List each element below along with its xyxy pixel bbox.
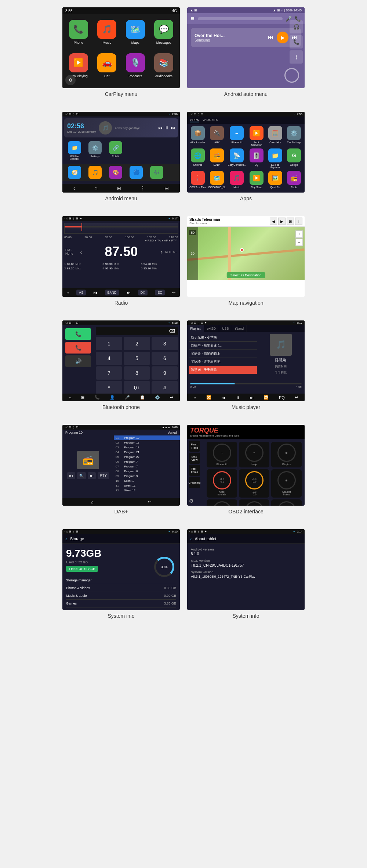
bt-key-star[interactable]: * (96, 381, 122, 394)
dab-pty-btn[interactable]: PTY (98, 472, 109, 479)
app-igo[interactable]: 🗺️ iGO667WO_JL (208, 171, 225, 189)
music-shuffle-btn[interactable]: 🔀 (206, 395, 211, 400)
dab-program-04[interactable]: 04 Program 21 (114, 450, 180, 455)
bt-nav-back[interactable]: ↩ (170, 395, 173, 400)
dab-next-btn[interactable]: ⏭ (88, 472, 96, 479)
map-zoom-in[interactable]: + (295, 230, 303, 238)
dab-program-12[interactable]: 12 Silent 12 (114, 488, 180, 493)
nav-home[interactable]: ⌂ (94, 185, 97, 191)
bt-nav-grid[interactable]: ⊞ (81, 395, 84, 400)
storage-item-music[interactable]: Music & audio 0.00 GB (66, 592, 176, 600)
app-boot-animation[interactable]: ▶️ Boot Animation (248, 126, 265, 146)
app-bluetooth[interactable]: ⌁ Bluetooth (228, 126, 246, 146)
android-prev-btn[interactable]: ⏮ (158, 125, 163, 130)
aa-play-button[interactable]: ▶ (277, 32, 288, 43)
preset-2[interactable]: 2 88.30 MHz (64, 267, 101, 270)
android-app-tlink[interactable]: 🔗 TLINK (106, 141, 125, 160)
app-eq[interactable]: 🎚️ EQ (248, 148, 265, 169)
dab-program-01[interactable]: 01 Program 10 (114, 435, 180, 440)
android-app-es[interactable]: 📁 ES File Explorer (65, 141, 84, 160)
radio-next-track[interactable]: ⏭ (127, 290, 131, 295)
app-apk-installer[interactable]: 📦 APK Installer (189, 126, 206, 146)
bt-key-6[interactable]: 6 (152, 352, 178, 365)
carplay-audiobooks[interactable]: 📚 Audiobooks (152, 53, 177, 83)
nav-back[interactable]: ‹ (73, 185, 75, 191)
radio-next-btn[interactable]: › (160, 248, 163, 256)
android-dock-sound[interactable]: 🎶 (148, 166, 166, 179)
bt-backspace-btn[interactable]: ⌫ (169, 329, 175, 334)
track-5-active[interactable]: 陈慧娴 - 千千阙歌 (189, 366, 257, 374)
dab-program-10[interactable]: 10 Silent 1 (114, 478, 180, 483)
storage-item-manager[interactable]: Storage manager (66, 577, 176, 584)
bt-nav-settings[interactable]: ⚙️ (155, 395, 160, 400)
music-eq-btn[interactable]: EQ (279, 395, 285, 400)
storage-item-photos[interactable]: Photos & videos 0.35 GB (66, 584, 176, 592)
carplay-phone[interactable]: 📞 Phone (66, 20, 91, 50)
dab-program-03[interactable]: 03 Program 18 (114, 445, 180, 450)
bt-key-2[interactable]: 2 (124, 337, 150, 350)
dab-back-btn[interactable]: ↩ (148, 499, 151, 504)
app-radio[interactable]: 📻 Radio (286, 171, 302, 189)
bt-key-hash[interactable]: # (152, 381, 178, 394)
tab-apps[interactable]: APPS (190, 118, 199, 122)
nav-menu[interactable]: ⋮ (140, 185, 145, 191)
tab-playlist[interactable]: Playlist (187, 325, 204, 332)
carplay-messages[interactable]: 💬 Messages (152, 20, 177, 50)
music-repeat-btn[interactable]: 🔁 (264, 395, 269, 400)
track-4[interactable]: 宝咏琦 - 讲不出再见 (189, 358, 257, 366)
dab-search-btn[interactable]: 🔍 (77, 472, 86, 479)
map-grid-btn[interactable]: ⊞ (287, 218, 294, 225)
android-next-btn[interactable]: ⏭ (171, 125, 175, 130)
preset-6[interactable]: 6 95.80 MHz (141, 267, 178, 270)
app-gps-test[interactable]: 📍 GPS Test Plus (189, 171, 206, 189)
obd-test-icon[interactable]: TestItems (189, 465, 200, 476)
dab-program-07[interactable]: 07 Program 7 (114, 464, 180, 469)
tab-usb[interactable]: USB (219, 325, 232, 332)
obd-graphing-icon[interactable]: Graphing (189, 477, 200, 488)
bt-answer-btn[interactable]: 📞 (65, 328, 91, 340)
dab-program-05[interactable]: 05 Program 22 (114, 455, 180, 459)
map-zoom-out[interactable]: − (295, 238, 303, 246)
bt-nav-home[interactable]: ⌂ (69, 395, 72, 400)
map-arrow-left[interactable]: ◀ (270, 218, 277, 225)
app-calculator[interactable]: 🧮 Calculator (267, 126, 283, 146)
music-home-btn[interactable]: ⌂ (194, 395, 196, 400)
app-play-store[interactable]: ▶️ Play Store (248, 171, 265, 189)
bt-nav-phone[interactable]: 📞 (95, 395, 100, 400)
aa-back-icon[interactable]: ⟨ (290, 50, 303, 64)
bt-nav-mic[interactable]: 🎤 (125, 395, 130, 400)
app-aux[interactable]: 🔌 AUX (208, 126, 225, 146)
android-dock-gallery[interactable]: 🎨 (106, 166, 125, 179)
bt-key-1[interactable]: 1 (96, 337, 122, 350)
track-3[interactable]: 宝丽金 - 蜡笔的吻上 (189, 350, 257, 358)
track-1[interactable]: 筷子兄弟 - 小苹果 (189, 334, 257, 342)
android-play-btn[interactable]: ⏸ (164, 125, 169, 130)
map-3d-label[interactable]: 3D (189, 230, 196, 235)
bt-key-4[interactable]: 4 (96, 352, 122, 365)
aa-headphone-icon[interactable]: 🎧 (290, 20, 303, 33)
tab-extsd[interactable]: extSD (204, 325, 219, 332)
music-back-btn[interactable]: ↩ (295, 395, 298, 400)
dab-program-08[interactable]: 08 Program 8 (114, 469, 180, 474)
bt-key-5[interactable]: 5 (124, 352, 150, 365)
obd-map-icon[interactable]: MapView (189, 453, 200, 464)
bt-key-8[interactable]: 8 (124, 366, 150, 380)
bt-nav-clipboard[interactable]: 📋 (140, 395, 145, 400)
music-pause-btn[interactable]: ⏸ (236, 395, 240, 400)
radio-band-btn[interactable]: BAND (105, 290, 119, 295)
nav-recents[interactable]: ⊞ (117, 185, 121, 191)
dab-program-06[interactable]: 06 Program 7 (114, 459, 180, 464)
carplay-music[interactable]: 🎵 Music (95, 20, 120, 50)
tab-widgets[interactable]: WIDGETS (203, 118, 218, 122)
preset-4[interactable]: 4 93.90 MHz (102, 267, 139, 270)
radio-as-btn[interactable]: AS (76, 290, 86, 295)
android-app-settings[interactable]: ⚙️ Settings (86, 141, 104, 160)
storage-item-games[interactable]: Games 3.86 GB (66, 600, 176, 607)
bt-speaker-btn[interactable]: 🔊 (65, 355, 91, 367)
preset-3[interactable]: 3 90.50 MHz (102, 262, 139, 266)
radio-dx-btn[interactable]: DX (138, 290, 148, 295)
app-quickpic[interactable]: 🖼️ QuickPic (267, 171, 283, 189)
dab-program-11[interactable]: 11 Silent 11 (114, 483, 180, 488)
android-dock-bt[interactable]: 🔵 (127, 166, 145, 179)
radio-prev-track[interactable]: ⏮ (93, 290, 97, 295)
